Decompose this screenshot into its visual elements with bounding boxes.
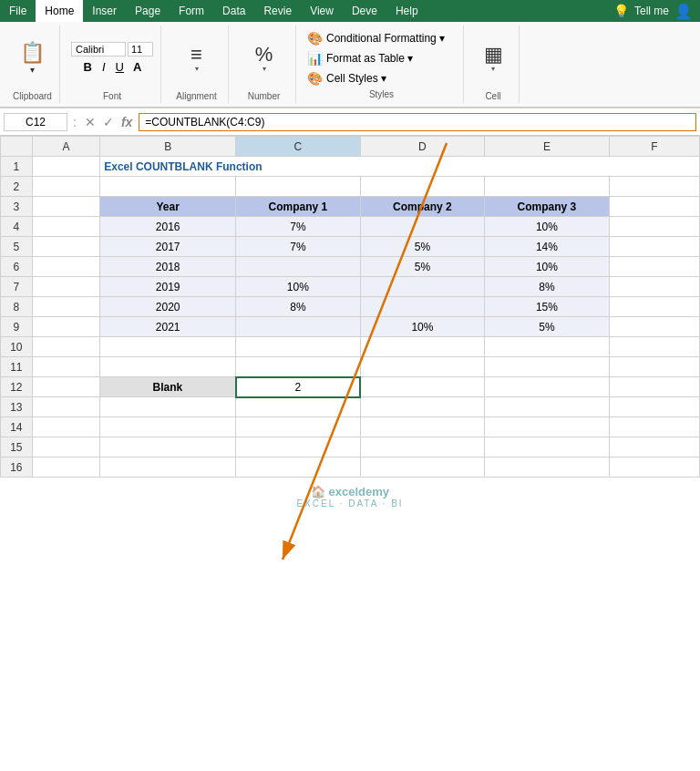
cell-B10[interactable] [100, 337, 236, 357]
cell-D4[interactable] [360, 217, 485, 237]
tell-me-label[interactable]: Tell me [634, 5, 669, 17]
cell-E11[interactable] [485, 357, 610, 377]
user-icon[interactable]: 👤 [674, 3, 693, 20]
cell-C16[interactable] [236, 457, 361, 478]
cell-D3-company2[interactable]: Company 2 [360, 197, 485, 217]
insert-function-icon[interactable]: fx [118, 114, 135, 130]
cell-D6[interactable]: 5% [360, 257, 485, 277]
cell-C13[interactable] [236, 397, 361, 417]
tab-view[interactable]: View [301, 0, 343, 22]
cell-E2[interactable] [485, 177, 610, 197]
cell-B15[interactable] [100, 437, 236, 457]
bold-button[interactable]: B [80, 58, 96, 76]
cell-E16[interactable] [485, 457, 610, 478]
cell-E5[interactable]: 14% [485, 237, 610, 257]
cell-B6[interactable]: 2018 [100, 257, 236, 277]
cell-C4[interactable]: 7% [236, 217, 361, 237]
cell-D7[interactable] [360, 277, 485, 297]
tab-dev[interactable]: Deve [343, 0, 386, 22]
cell-B3-year[interactable]: Year [100, 197, 236, 217]
cell-E9[interactable]: 5% [485, 317, 610, 337]
font-color-button[interactable]: A [130, 59, 144, 75]
cell-C14[interactable] [236, 417, 361, 437]
cell-C5[interactable]: 7% [236, 237, 361, 257]
cell-D11[interactable] [360, 357, 485, 377]
cell-F16[interactable] [609, 457, 699, 478]
clipboard-button[interactable]: 📋 ▾ [15, 39, 51, 78]
cell-C6[interactable] [236, 257, 361, 277]
cell-A16[interactable] [32, 457, 99, 478]
cell-F14[interactable] [609, 417, 699, 437]
cell-B4[interactable]: 2016 [100, 217, 236, 237]
cell-B13[interactable] [100, 397, 236, 417]
col-header-E[interactable]: E [485, 137, 610, 157]
cell-D16[interactable] [360, 457, 485, 478]
cell-C10[interactable] [236, 337, 361, 357]
cell-F6[interactable] [609, 257, 699, 277]
cell-D10[interactable] [360, 337, 485, 357]
cell-F5[interactable] [609, 237, 699, 257]
conditional-formatting-button[interactable]: Conditional Formatting ▾ [326, 32, 445, 45]
cell-F8[interactable] [609, 297, 699, 317]
cell-C2[interactable] [236, 177, 361, 197]
tab-review[interactable]: Revie [254, 0, 301, 22]
cell-C9[interactable] [236, 317, 361, 337]
cell-F2[interactable] [609, 177, 699, 197]
cell-D12[interactable] [360, 377, 485, 397]
cell-B7[interactable]: 2019 [100, 277, 236, 297]
cell-F10[interactable] [609, 337, 699, 357]
cell-F7[interactable] [609, 277, 699, 297]
cell-E7[interactable]: 8% [485, 277, 610, 297]
cell-F15[interactable] [609, 437, 699, 457]
cancel-formula-icon[interactable]: ✕ [82, 114, 98, 130]
cell-D8[interactable] [360, 297, 485, 317]
confirm-formula-icon[interactable]: ✓ [100, 114, 117, 130]
cell-E8[interactable]: 15% [485, 297, 610, 317]
tab-page[interactable]: Page [126, 0, 170, 22]
formula-input[interactable] [139, 113, 696, 131]
cell-E4[interactable]: 10% [485, 217, 610, 237]
underline-button[interactable]: U [112, 58, 128, 76]
cell-E3-company3[interactable]: Company 3 [485, 197, 610, 217]
cell-F9[interactable] [609, 317, 699, 337]
tab-file[interactable]: File [0, 0, 36, 22]
cell-B14[interactable] [100, 417, 236, 437]
cell-button[interactable]: ▦ ▾ [475, 41, 511, 77]
cell-A7[interactable] [32, 277, 99, 297]
cell-C15[interactable] [236, 437, 361, 457]
cell-E15[interactable] [485, 437, 610, 457]
tab-data[interactable]: Data [213, 0, 254, 22]
cell-F11[interactable] [609, 357, 699, 377]
cell-A15[interactable] [32, 437, 99, 457]
col-header-B[interactable]: B [100, 137, 236, 157]
cell-C8[interactable]: 8% [236, 297, 361, 317]
cell-B5[interactable]: 2017 [100, 237, 236, 257]
cell-styles-button[interactable]: Cell Styles ▾ [326, 72, 386, 85]
tab-help[interactable]: Help [386, 0, 427, 22]
cell-A8[interactable] [32, 297, 99, 317]
cell-A6[interactable] [32, 257, 99, 277]
alignment-button[interactable]: ≡ ▾ [179, 41, 215, 77]
cell-D2[interactable] [360, 177, 485, 197]
cell-D5[interactable]: 5% [360, 237, 485, 257]
col-header-A[interactable]: A [32, 137, 99, 157]
cell-D14[interactable] [360, 417, 485, 437]
cell-F13[interactable] [609, 397, 699, 417]
cell-F12[interactable] [609, 377, 699, 397]
cell-A1[interactable] [32, 157, 99, 177]
font-name-selector[interactable]: Calibri [71, 42, 126, 57]
cell-A14[interactable] [32, 417, 99, 437]
cell-A13[interactable] [32, 397, 99, 417]
cell-F4[interactable] [609, 217, 699, 237]
cell-C12-result[interactable]: 2 [236, 377, 361, 397]
font-size-selector[interactable]: 11 [128, 42, 153, 57]
cell-A4[interactable] [32, 217, 99, 237]
cell-B12-blank-label[interactable]: Blank [100, 377, 236, 397]
cell-E13[interactable] [485, 397, 610, 417]
italic-button[interactable]: I [98, 58, 109, 76]
cell-A10[interactable] [32, 337, 99, 357]
cell-C3-company1[interactable]: Company 1 [236, 197, 361, 217]
tab-insert[interactable]: Inser [83, 0, 126, 22]
cell-A2[interactable] [32, 177, 99, 197]
cell-A11[interactable] [32, 357, 99, 377]
